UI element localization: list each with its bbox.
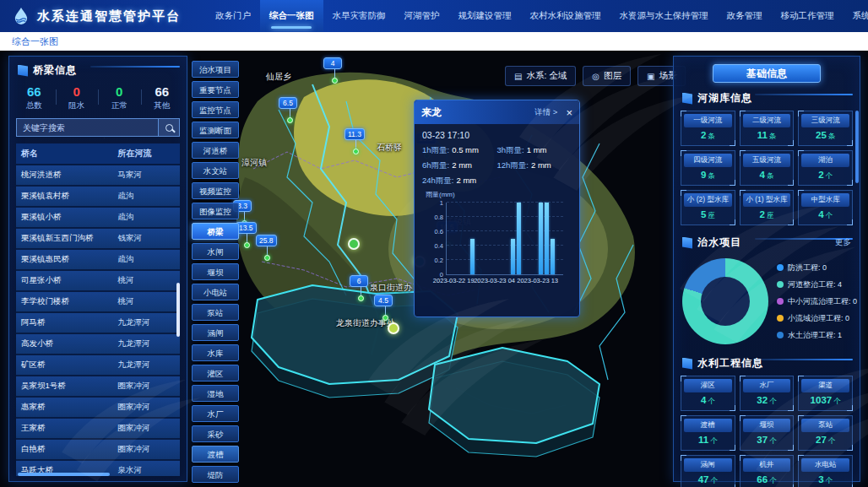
cell-river: 疏沟 — [112, 208, 180, 227]
popup-details-link[interactable]: 详情 > — [534, 107, 557, 118]
table-row[interactable]: 吴家坝1号桥 圈家冲河 — [16, 376, 180, 398]
layer-menu-item[interactable]: 堤防 — [192, 466, 239, 483]
layer-menu-item[interactable]: 湿地 — [192, 385, 239, 402]
layer-menu-item[interactable]: 泵站 — [192, 304, 239, 321]
layer-menu-item[interactable]: 灌区 — [192, 365, 239, 381]
cluster-marker-icon[interactable] — [388, 322, 399, 334]
layer-menu-item[interactable]: 重要节点 — [192, 81, 239, 98]
table-row[interactable]: 王家桥 圈家冲河 — [16, 419, 180, 440]
table-row[interactable]: 惠家桥 圈家冲河 — [16, 398, 180, 419]
cell-bridge-name: 栗溪镇新玉西门沟桥 — [16, 229, 112, 248]
card-label: 二级河流 — [743, 114, 791, 127]
table-row[interactable]: 栗溪镇惠民桥 疏沟 — [16, 250, 180, 271]
layer-menu-item[interactable]: 水厂 — [192, 405, 239, 422]
layer-menu-item[interactable]: 治水项目 — [192, 61, 239, 78]
card-value: 32个 — [743, 392, 791, 408]
layer-menu-item[interactable]: 涵闸 — [192, 324, 239, 341]
layer-menu-item[interactable]: 水文站 — [192, 162, 239, 179]
rainfall-metrics: 1h雨量:0.5 mm 3h雨量:1 mm 6h雨量:2 mm 12h雨量:2 … — [422, 145, 572, 187]
layer-menu-item[interactable]: 监测断面 — [192, 122, 239, 138]
metric-value: 2 mm — [452, 160, 472, 170]
station-value-pill: 11.3 — [344, 128, 365, 140]
panel-scrollbar[interactable] — [855, 111, 859, 183]
close-icon[interactable]: × — [566, 107, 572, 118]
table-horizontal-scrollbar[interactable] — [18, 473, 110, 476]
stat-item: 66 总数 — [13, 84, 56, 111]
table-row[interactable]: 白艳桥 圈家冲河 — [16, 440, 180, 461]
legend-value: 0 — [818, 263, 827, 272]
nav-item[interactable]: 政务管理 — [718, 0, 772, 32]
app-title: 水系连通智慧管护平台 — [37, 8, 181, 24]
stat-item: 66 其他 — [141, 84, 184, 111]
layer-menu-item[interactable]: 渡槽 — [192, 446, 239, 463]
layer-menu-item[interactable]: 视频监控 — [192, 182, 239, 199]
nav-item[interactable]: 政务门户 — [206, 0, 260, 32]
table-vertical-scrollbar[interactable] — [176, 283, 180, 337]
basic-info-panel: 基础信息 河湖库信息 一级河流 2条 二级河流 11条 — [673, 56, 860, 482]
card-value: 11个 — [684, 432, 732, 447]
nav-item[interactable]: 移动工作管理 — [772, 0, 844, 32]
nav-item[interactable]: 水旱灾害防御 — [323, 0, 395, 32]
layer-menu-item[interactable]: 采砂 — [192, 425, 239, 442]
card-value: 47个 — [684, 472, 732, 487]
water-system-filter-button[interactable]: ▤ 水系: 全域 — [505, 66, 576, 86]
stat-label: 其他 — [141, 100, 184, 111]
table-row[interactable]: 司星张小桥 桃河 — [16, 271, 180, 292]
layer-menu-item[interactable]: 河道桥 — [192, 142, 239, 159]
search-button[interactable] — [158, 118, 180, 137]
section-title: 治水项目 — [697, 235, 741, 250]
table-row[interactable]: 栗溪镇袁村桥 疏沟 — [16, 187, 180, 208]
legend-dot-icon — [777, 281, 784, 288]
legend-dot-icon — [777, 264, 784, 271]
nav-item[interactable]: 规划建设管理 — [449, 0, 521, 32]
nav-item[interactable]: 水资源与水土保持管理 — [610, 0, 718, 32]
nav-item[interactable]: 农村水利设施管理 — [521, 0, 610, 32]
table-row[interactable]: 栗溪镇新玉西门沟桥 钱家河 — [16, 229, 180, 250]
table-row[interactable]: 阿马桥 九龙潭河 — [16, 313, 180, 334]
station-value-pill: 6 — [350, 275, 368, 287]
layer-menu-item[interactable]: 图像监控 — [192, 203, 239, 219]
info-card: 一级河流 2条 — [681, 111, 735, 146]
metric-value: 2 mm — [531, 160, 551, 170]
info-card: 小 (2) 型水库 5座 — [681, 190, 735, 225]
card-value: 25条 — [801, 127, 849, 143]
map-workspace: 仙居乡漳河镇石桥驿子陵镇泉口街道办龙泉街道办事处 4 6.5 11.3 — [0, 51, 868, 487]
cell-river: 九龙潭河 — [112, 313, 180, 333]
header-accent-icon — [682, 237, 692, 249]
stat-item: 0 阻水 — [56, 84, 99, 111]
layer-menu-item[interactable]: 监控节点 — [192, 101, 239, 118]
card-label: 三级河流 — [801, 114, 849, 127]
table-row[interactable]: 李学校门楼桥 桃河 — [16, 292, 180, 313]
rainfall-metric: 24h雨量:2 mm — [422, 176, 497, 187]
map-control-label: 水系: 全域 — [526, 70, 567, 82]
layer-menu-item[interactable]: 水库 — [192, 344, 239, 361]
cell-bridge-name: 白艳桥 — [16, 440, 112, 459]
table-row[interactable]: 矿区桥 九龙潭河 — [16, 355, 180, 376]
metric-value: 1 mm — [527, 145, 547, 154]
table-row[interactable]: 高发小桥 九龙潭河 — [16, 334, 180, 355]
layer-menu-item[interactable]: 小电站 — [192, 284, 239, 300]
layer-menu-item[interactable]: 水闸 — [192, 243, 239, 260]
layer-menu-item[interactable]: 堰坝 — [192, 263, 239, 280]
rainfall-bar-chart: 00.20.40.60.812023-03-22 192023-03-23 04… — [446, 203, 563, 275]
stat-value: 66 — [141, 84, 184, 99]
top-navbar: 水系连通智慧管护平台 政务门户 综合一张图 水旱灾害防御 河湖管护 规划建设管理… — [0, 0, 868, 32]
table-row[interactable]: 桃河洪道桥 马家河 — [16, 165, 180, 187]
search-input[interactable] — [16, 118, 158, 137]
tab-basic-info[interactable]: 基础信息 — [713, 64, 821, 83]
more-link[interactable]: 更多 — [835, 237, 851, 248]
card-value: 4个 — [801, 207, 849, 222]
layers-button[interactable]: ◎ 图层 — [583, 66, 631, 86]
nav-item[interactable]: 综合一张图 — [260, 0, 323, 32]
cluster-marker-icon[interactable] — [348, 238, 360, 250]
rivers-section-header: 河湖库信息 — [674, 84, 860, 111]
info-card: 二级河流 11条 — [740, 111, 795, 146]
table-row[interactable]: 栗溪镇小桥 疏沟 — [16, 208, 180, 229]
layer-menu-item[interactable]: 桥梁 — [192, 223, 239, 240]
legend-item: 水土治理工程1 — [777, 330, 857, 341]
nav-item[interactable]: 系统管理 — [844, 0, 868, 32]
nav-item[interactable]: 河湖管护 — [395, 0, 449, 32]
info-card: 水电站 3个 — [798, 455, 853, 487]
metric-label: 3h雨量: — [497, 145, 524, 154]
stat-value: 0 — [56, 84, 99, 99]
